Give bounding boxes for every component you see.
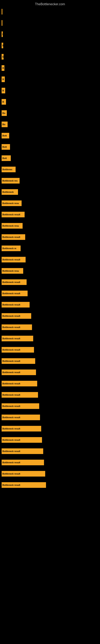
bar-label: E — [2, 33, 3, 36]
bar-row: Bottleneck — [1, 186, 100, 198]
bar-row: B — [1, 74, 100, 85]
bar-row: Bottleneck result — [1, 389, 100, 400]
bar-label: Bottleneck resu — [2, 270, 19, 272]
bar-item: Bottleneck — [1, 189, 18, 195]
bar-item: Bottleneck result — [1, 381, 37, 386]
bar-row: Bottleneck resu — [1, 198, 100, 209]
bar-row: Bottlenec — [1, 164, 100, 175]
bar-item: Bottleneck result — [1, 290, 28, 296]
bar-label: Bottleneck resu — [2, 202, 19, 204]
bar-item: Bottleneck resu — [1, 200, 22, 206]
bar-item: Bo — [1, 110, 7, 116]
bar-row: Bottleneck result — [1, 209, 100, 220]
bar-row — [1, 17, 100, 28]
bar-item: Bottleneck result — [1, 347, 34, 352]
bar-row: Bottleneck result — [1, 378, 100, 389]
bar-item: B — [1, 76, 5, 82]
bar-row: Bottleneck resu — [1, 220, 100, 232]
bar-row: Bottleneck result — [1, 400, 100, 412]
bar-label: Bottleneck re — [2, 247, 16, 250]
bar-row: Bo — [1, 119, 100, 130]
bar-row: Bott — [1, 130, 100, 141]
bar-row: Bottleneck result — [1, 276, 100, 288]
bar-row: Bottleneck result — [1, 232, 100, 243]
bar-item: E — [1, 43, 3, 48]
bar-item: Bottleneck result — [1, 471, 45, 476]
bar-label: Bottleneck result — [2, 348, 20, 351]
bar-row: E — [1, 40, 100, 51]
bar-row: Bottleneck result — [1, 288, 100, 299]
bar-label: Bottleneck result — [2, 281, 20, 283]
bar-row: Bottleneck result — [1, 322, 100, 333]
bar-label: Bo — [2, 112, 5, 114]
bar-item: Bottleneck result — [1, 257, 26, 262]
bar-item: Bottlenec — [1, 167, 16, 172]
bar-row: Bottleneck resu — [1, 265, 100, 276]
bar-row: Bottleneck result — [1, 310, 100, 322]
bar-item: Bottleneck result — [1, 279, 27, 285]
bar-item: Bottleneck result — [1, 358, 35, 364]
bar-item: B — [1, 99, 6, 105]
bar-label: Bottleneck resu — [2, 224, 19, 227]
bar-row: Bottleneck result — [1, 344, 100, 356]
bar-row: Bottleneck result — [1, 356, 100, 367]
bar-row: Bottleneck re — [1, 243, 100, 254]
bar-item: B — [1, 65, 4, 71]
bar-item: Bottleneck resu — [1, 223, 23, 228]
bar-item: Bottleneck result — [1, 414, 40, 420]
bar-row: Bottleneck res — [1, 175, 100, 186]
bar-item: E — [1, 32, 3, 37]
bar-label: Bottleneck result — [2, 416, 20, 418]
bar-label: B — [2, 67, 4, 69]
bar-label: Bottleneck result — [2, 405, 20, 407]
bar-item: Bottleneck result — [1, 460, 44, 465]
bar-row: Bottleneck result — [1, 367, 100, 378]
bar-item: E — [1, 54, 3, 60]
bar-label: Bottleneck result — [2, 236, 20, 238]
bar-item: Bo — [1, 122, 8, 127]
bar-item: Bottleneck result — [1, 313, 31, 319]
bar-label: Bottleneck result — [2, 360, 20, 362]
bar-label: Bott — [2, 146, 7, 148]
bar-row: Bottleneck result — [1, 468, 100, 480]
bar-row: Bottleneck result — [1, 480, 100, 491]
bar-item — [1, 9, 2, 14]
bar-label: Bottleneck result — [2, 292, 20, 295]
bar-label: Bottleneck result — [2, 337, 20, 340]
bar-label: Bottleneck result — [2, 394, 20, 396]
bar-item: B — [1, 88, 5, 94]
bar-item — [1, 20, 2, 26]
bar-item: Bott — [1, 133, 9, 138]
bar-row: Bottleneck result — [1, 333, 100, 344]
bar-item: Bott — [1, 155, 11, 161]
bar-row: Bottleneck result — [1, 446, 100, 457]
bar-label: Bottleneck result — [2, 258, 20, 261]
bar-row: Bott — [1, 141, 100, 152]
bar-item: Bottleneck result — [1, 370, 36, 375]
bar-item: Bottleneck re — [1, 246, 21, 251]
bar-item: Bottleneck result — [1, 482, 46, 488]
bar-row: E — [1, 28, 100, 40]
bar-item: Bott — [1, 144, 10, 150]
bar-label: Bottleneck result — [2, 382, 20, 385]
bar-label: Bott — [2, 157, 7, 160]
bar-label: Bottleneck result — [2, 428, 20, 430]
bar-label: Bottleneck result — [2, 450, 20, 452]
bar-label: Bott — [2, 134, 7, 137]
bar-label: Bottleneck result — [2, 304, 20, 306]
bar-row: Bottleneck result — [1, 254, 100, 265]
bar-row: Bo — [1, 108, 100, 119]
bar-label: B — [2, 100, 4, 103]
bar-item: Bottleneck result — [1, 234, 25, 240]
bar-item: Bottleneck result — [1, 336, 33, 341]
bars-container: EEEBBBBBoBoBottBottBottBottlenecBottlene… — [0, 6, 100, 491]
bar-label: E — [2, 44, 3, 47]
bar-item: Bottleneck result — [1, 212, 25, 217]
bar-item: Bottleneck result — [1, 426, 41, 432]
bar-label: B — [2, 78, 4, 80]
bar-row: Bott — [1, 152, 100, 164]
bar-label: E — [2, 56, 3, 58]
bar-label: Bottleneck result — [2, 472, 20, 475]
bar-row: Bottleneck result — [1, 434, 100, 446]
bar-row: B — [1, 62, 100, 74]
